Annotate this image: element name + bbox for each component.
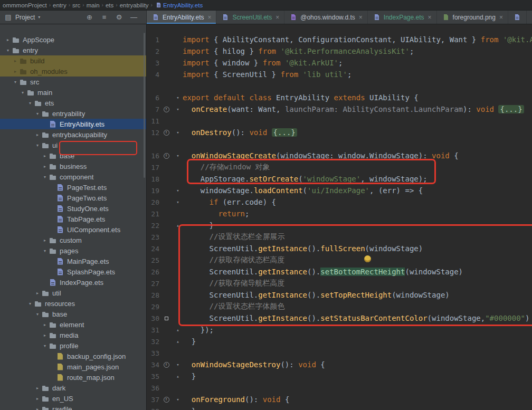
fold-collapse-icon[interactable]: ▾ (173, 153, 183, 158)
override-method-icon[interactable]: ↑ (164, 130, 169, 136)
tree-folder-main[interactable]: ▾main (0, 87, 146, 98)
chevron-right-icon[interactable]: ▸ (12, 59, 19, 63)
tree-file-main-pages-json[interactable]: main_pages.json (0, 361, 146, 372)
breadcrumb-item-entryability[interactable]: entryability (119, 2, 150, 8)
chevron-down-icon[interactable]: ▾ (4, 48, 12, 53)
tree-folder-util[interactable]: ▸util (0, 288, 146, 298)
tree-file-uicomponent-ets[interactable]: UIComponent.ets (0, 224, 146, 235)
chevron-right-icon[interactable]: ▸ (34, 132, 41, 137)
tree-folder-entry[interactable]: ▾entry (0, 45, 146, 55)
fold-collapse-icon[interactable]: ▾ (173, 107, 183, 112)
tree-folder-dark[interactable]: ▸dark (0, 383, 146, 393)
tree-folder-rawfile[interactable]: ▸rawfile (0, 404, 146, 410)
tree-folder-profile[interactable]: ▾profile (0, 340, 146, 351)
tab-entryability-ets[interactable]: EntryAbility.ets× (147, 11, 216, 24)
chevron-down-icon[interactable]: ▾ (26, 301, 34, 306)
fold-collapse-icon[interactable]: ▾ (173, 362, 183, 367)
fold-collapse-icon[interactable]: ▾ (173, 199, 183, 205)
locate-target-icon[interactable]: ⊕ (86, 14, 93, 21)
tree-file-pagetwo-ets[interactable]: PageTwo.ets (0, 193, 146, 203)
chevron-right-icon[interactable]: ▸ (34, 291, 41, 295)
fold-collapse-icon[interactable]: ▾ (173, 397, 183, 402)
fold-expand-icon[interactable]: ▴ (173, 339, 183, 344)
breadcrumb-item-ommmonproject[interactable]: ommmonProject (2, 2, 48, 8)
breadcrumb-item-entry[interactable]: entry (52, 2, 68, 8)
tree-folder-entryability[interactable]: ▾entryability (0, 108, 146, 119)
tree-folder-src[interactable]: ▾src (0, 77, 146, 87)
chevron-down-icon[interactable]: ▾ (19, 90, 26, 95)
close-icon[interactable]: × (428, 14, 432, 21)
settings-gear-icon[interactable]: ⚙ (115, 14, 123, 21)
chevron-down-icon[interactable]: ▾ (41, 249, 49, 253)
tree-folder-ets[interactable]: ▾ets (0, 98, 146, 108)
tree-folder-oh-modules[interactable]: ▸oh_modules (0, 66, 146, 77)
tree-folder-pages[interactable]: ▾pages (0, 245, 146, 256)
breadcrumb-item-src[interactable]: src (71, 2, 81, 8)
project-view-icon[interactable]: ▤ (4, 14, 12, 21)
tree-folder-business[interactable]: ▸business (0, 161, 146, 171)
tree-folder-resources[interactable]: ▾resources (0, 298, 146, 309)
tree-folder-base[interactable]: ▸base (0, 150, 146, 161)
close-icon[interactable]: × (359, 14, 363, 21)
override-method-icon[interactable]: ↑ (164, 397, 169, 403)
chevron-right-icon[interactable]: ▸ (41, 164, 49, 169)
chevron-down-icon[interactable]: ▾ (41, 175, 49, 179)
override-method-icon[interactable]: ↑ (164, 362, 169, 368)
close-icon[interactable]: × (207, 14, 211, 21)
tree-scrollbar[interactable] (144, 33, 145, 178)
chevron-right-icon[interactable]: ▸ (34, 407, 41, 410)
tab-ohos-window-d-ts[interactable]: @ohos.window.d.ts× (284, 11, 368, 24)
breadcrumb-item-entryability-ets[interactable]: EntryAbility.ets (154, 1, 204, 9)
breadcrumb-item-main[interactable]: main (86, 2, 101, 8)
chevron-right-icon[interactable]: ▸ (34, 386, 41, 390)
tree-file-mainpage-ets[interactable]: MainPage.ets (0, 256, 146, 266)
tree-file-route-map-json[interactable]: route_map.json (0, 372, 146, 383)
chevron-right-icon[interactable]: ▸ (12, 69, 19, 74)
override-method-icon[interactable]: ↑ (164, 153, 169, 159)
tree-folder-entrybackupability[interactable]: ▸entrybackupability (0, 129, 146, 140)
chevron-right-icon[interactable]: ▸ (41, 333, 49, 338)
tab-screenutil-ets[interactable]: ScreenUtil.ets× (216, 11, 284, 24)
tree-file-studyone-ets[interactable]: StudyOne.ets (0, 203, 146, 214)
fold-expand-icon[interactable]: ▴ (173, 327, 183, 332)
chevron-down-icon[interactable]: ▾ (34, 312, 41, 317)
override-method-icon[interactable]: ↑ (164, 107, 169, 112)
chevron-right-icon[interactable]: ▸ (4, 37, 12, 42)
chevron-down-icon[interactable]: ▾ (12, 80, 19, 84)
tree-file-indexpage-ets[interactable]: IndexPage.ets (0, 277, 146, 288)
tree-file-splashpage-ets[interactable]: SplashPage.ets (0, 266, 146, 277)
tree-file-tabpage-ets[interactable]: TabPage.ets (0, 214, 146, 224)
chevron-right-icon[interactable]: ▸ (34, 396, 41, 401)
intention-bulb-icon[interactable] (364, 255, 371, 262)
project-panel-title[interactable]: Project (15, 14, 35, 21)
chevron-down-icon[interactable]: ▾ (34, 143, 41, 148)
tab-indexpage-ets[interactable]: IndexPage.ets× (368, 11, 437, 24)
tree-file-pagetest-ets[interactable]: PageTest.ets (0, 182, 146, 193)
tree-folder-base[interactable]: ▾base (0, 309, 146, 319)
hide-panel-icon[interactable]: — (130, 14, 138, 21)
fold-expand-icon[interactable]: ▴ (173, 223, 183, 228)
tree-folder-appscope[interactable]: ▸AppScope (0, 34, 146, 45)
fold-collapse-icon[interactable]: ▾ (173, 130, 183, 135)
chevron-down-icon[interactable]: ▾ (26, 101, 34, 106)
tree-file-backup-config-json[interactable]: backup_config.json (0, 351, 146, 361)
fold-collapse-icon[interactable]: ▾ (173, 95, 183, 100)
tree-file-entryability-ets[interactable]: EntryAbility.ets (0, 119, 146, 129)
chevron-right-icon[interactable]: ▸ (41, 322, 49, 327)
tree-folder-media[interactable]: ▸media (0, 330, 146, 340)
tab-stub[interactable] (508, 11, 527, 24)
tab-foreground-png[interactable]: foreground.png× (437, 11, 508, 24)
collapse-all-icon[interactable]: ≡ (100, 14, 108, 21)
close-icon[interactable]: × (499, 14, 503, 21)
close-icon[interactable]: × (276, 14, 279, 21)
tree-folder-element[interactable]: ▸element (0, 319, 146, 330)
code-editor[interactable]: 1import { AbilityConstant, Configuration… (147, 24, 532, 410)
tree-folder-custom[interactable]: ▸custom (0, 235, 146, 245)
breadcrumb-item-ets[interactable]: ets (104, 2, 115, 8)
chevron-right-icon[interactable]: ▸ (41, 154, 49, 158)
tree-folder-ui[interactable]: ▾ui (0, 140, 146, 150)
fold-expand-icon[interactable]: ▴ (173, 374, 183, 379)
chevron-down-icon[interactable]: ▾ (41, 344, 49, 348)
tree-folder-component[interactable]: ▾component (0, 171, 146, 182)
tree-folder-en-us[interactable]: ▸en_US (0, 393, 146, 404)
